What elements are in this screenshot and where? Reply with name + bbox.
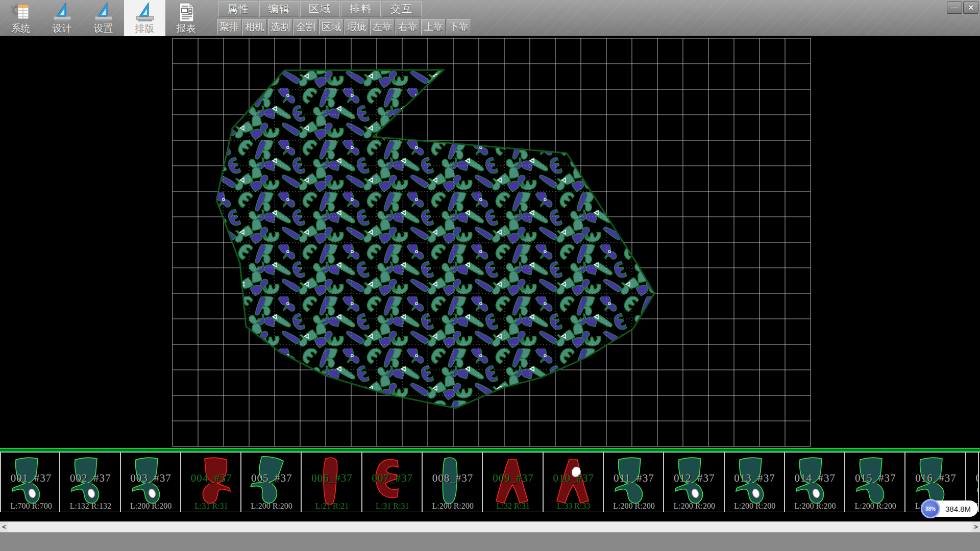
part-id-label: 016_#37: [905, 472, 966, 485]
hide-layout-drawing: [0, 36, 980, 448]
tool-button-region[interactable]: 区域: [319, 19, 344, 35]
part-quantity-label: L:200 R:200: [725, 502, 785, 511]
scroll-left-arrow-icon[interactable]: <: [0, 522, 8, 532]
tool-button-snap-right[interactable]: 右靠: [396, 19, 420, 35]
part-thumbnail-inner: 005_#37 L:200 R:200: [241, 453, 302, 512]
part-quantity-label: L:31 R:31: [362, 502, 423, 511]
part-quantity-label: L:200 R:200: [604, 502, 664, 511]
app-tab-label: 设置: [94, 23, 113, 34]
part-thumbnail-inner: 008_#37 L:200 R:200: [423, 453, 483, 512]
part-id-label: 004_#37: [181, 472, 241, 485]
part-quantity-label: L:200 R:200: [785, 502, 845, 511]
app-window: 系统设计设置排版报表 属性编辑区域排料交互 聚排相机选割全割区域瑕疵左靠右靠上靠…: [0, 0, 980, 551]
design-ruler-icon: [51, 2, 74, 23]
part-thumbnail[interactable]: 010_#37 L:33 R:33: [544, 453, 604, 512]
menu-item-interaction[interactable]: 交互: [382, 1, 422, 17]
app-tab-settings[interactable]: 设置: [83, 0, 124, 36]
part-thumbnail-inner: 012_#37 L:200 R:200: [664, 453, 724, 512]
tool-button-snap-top[interactable]: 上靠: [421, 19, 446, 35]
part-quantity-label: L:21 R:21: [302, 502, 362, 511]
part-thumbnail[interactable]: 006_#37 L:21 R:21: [302, 453, 362, 512]
part-thumbnail-inner: 001_#37 L:700 R:700: [1, 453, 60, 512]
part-id-label: 008_#37: [423, 472, 483, 485]
part-thumbnail-inner: 010_#37 L:33 R:33: [544, 453, 604, 512]
app-tab-design[interactable]: 设计: [41, 0, 83, 36]
part-thumbnail[interactable]: 001_#37 L:700 R:700: [0, 453, 60, 512]
part-thumbnail[interactable]: 007_#37 L:31 R:31: [362, 453, 423, 512]
part-id-label: 003_#37: [121, 472, 181, 485]
part-quantity-label: L:32 R:31: [483, 502, 543, 511]
part-thumbnail[interactable]: 009_#37 L:32 R:31: [483, 453, 543, 512]
app-tab-report[interactable]: 报表: [165, 0, 207, 36]
part-id-label: 002_#37: [60, 472, 120, 485]
tool-button-cut-all[interactable]: 全割: [293, 19, 318, 35]
minimize-button[interactable]: —: [947, 2, 962, 14]
part-thumbnail-inner: 003_#37 L:200 R:200: [121, 453, 181, 512]
tool-button-snap-bottom[interactable]: 下靠: [447, 19, 471, 35]
part-thumbnail[interactable]: 015_#37 L:200 R:200: [845, 453, 905, 512]
app-tab-label: 设计: [53, 23, 72, 34]
part-thumbnail[interactable]: 012_#37 L:200 R:200: [664, 453, 724, 512]
menu-item-region[interactable]: 区域: [300, 1, 340, 17]
menu-item-edit[interactable]: 编辑: [259, 1, 299, 17]
memory-usage-label: 384.8M: [941, 505, 978, 513]
part-quantity-label: L:200 R:200: [423, 502, 483, 511]
part-id-label: 007_#37: [362, 472, 423, 485]
part-quantity-label: L:200 R:200: [664, 502, 724, 511]
part-thumbnail[interactable]: 014_#37 L:200 R:200: [785, 453, 845, 512]
part-id-label: 014_#37: [785, 472, 845, 485]
tool-button-snap-left[interactable]: 左靠: [370, 19, 395, 35]
part-thumbnail[interactable]: 003_#37 L:200 R:200: [121, 453, 181, 512]
tool-button-select-cut[interactable]: 选割: [268, 19, 292, 35]
tool-button-flaw[interactable]: 瑕疵: [345, 19, 369, 35]
part-thumbnail[interactable]: 005_#37 L:200 R:200: [241, 453, 302, 512]
part-id-label: 010_#37: [544, 472, 604, 485]
part-thumbnail-inner: 015_#37 L:200 R:200: [845, 453, 905, 512]
part-thumbnail[interactable]: 008_#37 L:200 R:200: [423, 453, 483, 512]
progress-percent-badge: 38%: [921, 499, 940, 518]
close-button[interactable]: ✕: [963, 2, 978, 14]
part-thumbnail[interactable]: 013_#37 L:200 R:200: [725, 453, 785, 512]
memory-status-badge[interactable]: 38% 384.8M: [922, 500, 978, 517]
part-thumbnail-inner: 014_#37 L:200 R:200: [785, 453, 845, 512]
part-id-label: 013_#37: [725, 472, 785, 485]
tool-button-cluster-nest[interactable]: 聚排: [217, 19, 241, 35]
part-id-label: 012_#37: [664, 472, 724, 485]
part-thumbnail-inner: 006_#37 L:21 R:21: [302, 453, 362, 512]
part-quantity-label: L:31 R:31: [181, 502, 241, 511]
nesting-canvas[interactable]: [0, 36, 980, 448]
part-id-label: 005_#37: [241, 472, 302, 485]
part-quantity-label: L:700 R:700: [1, 502, 60, 511]
part-thumbnail-inner: 011_#37 L:200 R:200: [604, 453, 664, 512]
tool-button-camera[interactable]: 相机: [242, 19, 267, 35]
app-tab-nesting[interactable]: 排版: [124, 0, 165, 36]
tool-bar: 聚排相机选割全割区域瑕疵左靠右靠上靠下靠: [217, 19, 472, 35]
part-id-label: 015_#37: [845, 472, 905, 485]
part-thumbnail-inner: 007_#37 L:31 R:31: [362, 453, 423, 512]
report-doc-icon: [175, 2, 198, 23]
part-thumbnail-inner: 009_#37 L:32 R:31: [483, 453, 543, 512]
part-thumbnail[interactable]: 002_#37 L:132 R:132: [60, 453, 120, 512]
part-thumbnail-inner: 013_#37 L:200 R:200: [725, 453, 785, 512]
scroll-right-arrow-icon[interactable]: >: [972, 522, 980, 532]
strip-separator-lines: [0, 448, 980, 452]
app-tab-system[interactable]: 系统: [0, 0, 41, 36]
menu-item-nesting[interactable]: 排料: [341, 1, 381, 17]
menu-item-properties[interactable]: 属性: [218, 1, 258, 17]
part-id-label: 017_#37: [966, 472, 979, 485]
horizontal-scrollbar[interactable]: < >: [0, 521, 980, 532]
app-tab-label: 系统: [11, 23, 31, 34]
part-thumbnail[interactable]: 004_#37 L:31 R:31: [181, 453, 241, 512]
part-id-label: 009_#37: [483, 472, 543, 485]
part-quantity-label: L:200 R:200: [845, 502, 905, 511]
app-tab-label: 报表: [177, 23, 196, 34]
part-quantity-label: L:200 R:200: [241, 502, 302, 511]
nesting-ruler-icon: [134, 2, 156, 23]
part-thumbnail[interactable]: 011_#37 L:200 R:200: [604, 453, 664, 512]
menu-bar: 属性编辑区域排料交互: [218, 1, 423, 17]
app-tab-bar: 系统设计设置排版报表: [0, 0, 207, 36]
part-id-label: 011_#37: [604, 472, 664, 485]
part-thumbnail-inner: 004_#37 L:31 R:31: [181, 453, 241, 512]
window-controls: — ✕: [947, 2, 978, 14]
settings-ruler-icon: [92, 2, 115, 23]
